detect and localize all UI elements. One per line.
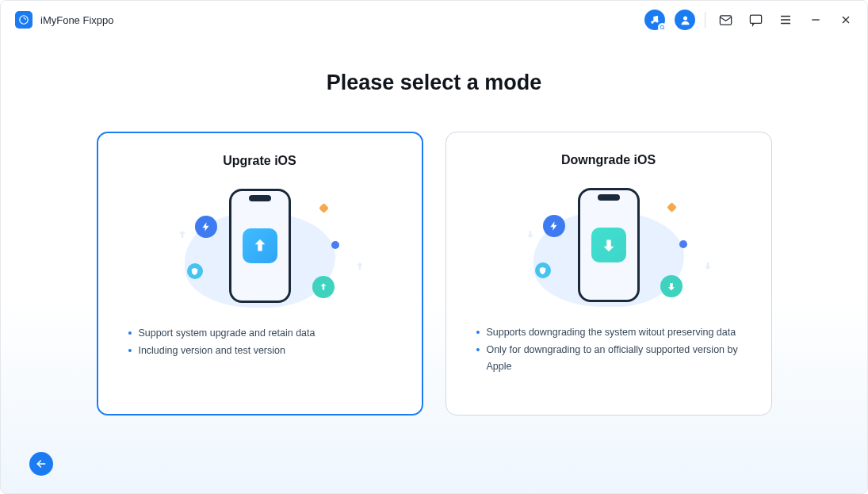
titlebar-left: iMyFone Fixppo (15, 11, 113, 29)
svg-point-4 (683, 16, 687, 20)
separator (705, 12, 705, 28)
shield-icon (187, 263, 203, 279)
titlebar-right (644, 10, 856, 30)
svg-point-3 (660, 25, 663, 29)
arrow-up-tile-icon (243, 228, 277, 263)
page-title: Please select a mode (1, 71, 867, 95)
downgrade-card-title: Downgrade iOS (468, 153, 749, 167)
mode-cards: Upgrate iOS (1, 132, 867, 415)
app-logo-icon (15, 11, 33, 29)
back-button[interactable] (29, 452, 53, 476)
content-area: Please select a mode Upgrate iOS (1, 39, 867, 493)
minimize-icon[interactable] (805, 10, 826, 30)
phone-illustration (229, 189, 291, 303)
lightning-icon (195, 216, 217, 238)
mail-icon[interactable] (715, 10, 736, 30)
titlebar: iMyFone Fixppo (1, 1, 867, 39)
arrow-left-icon (35, 458, 48, 470)
arrow-down-tile-icon (591, 228, 626, 262)
downgrade-bullet: Supports downgrading the system witout p… (476, 324, 744, 342)
svg-rect-6 (750, 15, 761, 23)
upgrade-ios-card[interactable]: Upgrate iOS (97, 132, 423, 415)
arrow-down-circle-icon (660, 275, 683, 297)
upgrade-card-title: Upgrate iOS (120, 154, 400, 168)
upgrade-bullets: Support system upgrade and retain data I… (120, 325, 400, 359)
svg-point-2 (656, 20, 659, 23)
downgrade-ios-card[interactable]: Downgrade iOS (445, 132, 772, 415)
downgrade-bullets: Supports downgrading the system witout p… (468, 324, 749, 375)
menu-icon[interactable] (775, 10, 796, 30)
app-window: iMyFone Fixppo (0, 0, 868, 494)
svg-rect-5 (720, 15, 731, 24)
upgrade-bullet: Support system upgrade and retain data (128, 325, 395, 343)
app-title: iMyFone Fixppo (40, 14, 113, 26)
upgrade-bullet: Including version and test version (128, 343, 395, 360)
close-icon[interactable] (835, 10, 856, 30)
svg-point-1 (651, 21, 654, 24)
downgrade-illustration (468, 172, 749, 318)
music-note-icon[interactable] (644, 10, 665, 30)
downgrade-bullet: Only for downgrading to an officially su… (476, 342, 744, 376)
svg-point-0 (20, 16, 29, 25)
phone-illustration (578, 188, 640, 302)
feedback-icon[interactable] (745, 10, 766, 30)
lightning-icon (543, 215, 565, 237)
arrow-up-circle-icon (312, 276, 335, 298)
shield-icon (535, 262, 551, 278)
upgrade-illustration (120, 173, 400, 319)
account-icon[interactable] (675, 10, 695, 30)
